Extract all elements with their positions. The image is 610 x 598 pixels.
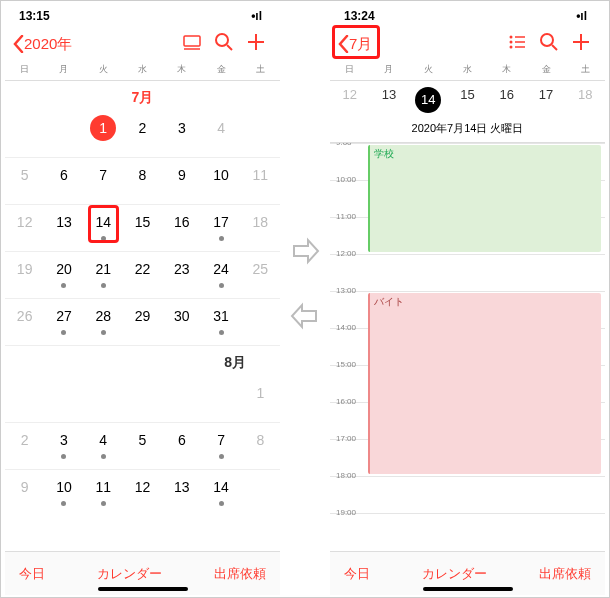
calendar-day[interactable]: 23 — [162, 252, 201, 299]
calendar-day[interactable]: 5 — [123, 423, 162, 470]
weekday-header: 日月火水木金土 — [330, 61, 605, 81]
today-button[interactable]: 今日 — [344, 565, 370, 583]
day-strip-day[interactable]: 17 — [526, 87, 565, 113]
calendar-day[interactable]: 13 — [44, 205, 83, 252]
calendar-day[interactable]: 1 — [241, 376, 280, 423]
calendar-grid[interactable]: 1234567891011121314151617181920212223242… — [5, 111, 280, 346]
calendar-day[interactable]: 2 — [123, 111, 162, 158]
calendar-day[interactable]: 11 — [241, 158, 280, 205]
day-strip-day[interactable]: 15 — [448, 87, 487, 113]
calendar-day — [123, 376, 162, 423]
calendar-day[interactable]: 16 — [162, 205, 201, 252]
day-strip-day[interactable]: 18 — [566, 87, 605, 113]
day-strip[interactable]: 12131415161718 — [330, 81, 605, 119]
chevron-left-icon — [13, 35, 24, 53]
svg-point-18 — [541, 34, 553, 46]
day-strip-day[interactable]: 14 — [409, 87, 448, 113]
calendar-day[interactable]: 29 — [123, 299, 162, 346]
status-icons: •ıl — [576, 9, 591, 23]
calendar-day[interactable]: 30 — [162, 299, 201, 346]
calendar-day[interactable]: 6 — [44, 158, 83, 205]
calendar-day[interactable]: 8 — [241, 423, 280, 470]
status-bar: 13:15 •ıl — [5, 5, 280, 27]
weekday: 水 — [123, 63, 162, 76]
arrow-left-icon — [290, 301, 320, 331]
svg-point-5 — [216, 34, 228, 46]
calendar-day[interactable]: 9 — [162, 158, 201, 205]
calendar-day[interactable]: 4 — [84, 423, 123, 470]
hour-label: 9:00 — [336, 143, 352, 147]
calendar-grid[interactable]: 1234567891011121314 — [5, 376, 280, 517]
calendar-day[interactable]: 7 — [84, 158, 123, 205]
calendar-day — [5, 376, 44, 423]
view-toggle-button[interactable] — [176, 32, 208, 56]
calendar-day[interactable]: 28 — [84, 299, 123, 346]
calendar-day[interactable]: 6 — [162, 423, 201, 470]
calendars-button[interactable]: カレンダー — [97, 565, 162, 583]
hour-label: 13:00 — [336, 286, 356, 295]
calendar-day[interactable]: 12 — [5, 205, 44, 252]
calendar-day[interactable]: 2 — [5, 423, 44, 470]
day-strip-day[interactable]: 13 — [369, 87, 408, 113]
calendar-day[interactable]: 10 — [44, 470, 83, 517]
calendar-day[interactable]: 18 — [241, 205, 280, 252]
calendar-day[interactable]: 19 — [5, 252, 44, 299]
calendar-day[interactable]: 14 — [201, 470, 240, 517]
hour-label: 14:00 — [336, 323, 356, 332]
timeline[interactable]: 9:0010:0011:0012:0013:0014:0015:0016:001… — [330, 143, 605, 551]
today-button[interactable]: 今日 — [19, 565, 45, 583]
calendar-day[interactable]: 10 — [201, 158, 240, 205]
search-button[interactable] — [533, 32, 565, 56]
calendar-day — [162, 376, 201, 423]
signal-icon: •ıl — [576, 9, 587, 23]
calendars-button[interactable]: カレンダー — [422, 565, 487, 583]
calendar-day[interactable]: 26 — [5, 299, 44, 346]
inbox-button[interactable]: 出席依頼 — [539, 565, 591, 583]
calendar-event[interactable]: 学校 — [368, 145, 601, 252]
add-button[interactable] — [240, 32, 272, 56]
weekday: 火 — [84, 63, 123, 76]
calendar-day[interactable]: 8 — [123, 158, 162, 205]
add-button[interactable] — [565, 32, 597, 56]
hour-label: 16:00 — [336, 397, 356, 406]
day-strip-day[interactable]: 16 — [487, 87, 526, 113]
calendar-day[interactable]: 4 — [201, 111, 240, 158]
calendar-day[interactable]: 27 — [44, 299, 83, 346]
calendar-day[interactable]: 25 — [241, 252, 280, 299]
calendar-day[interactable]: 13 — [162, 470, 201, 517]
calendar-day[interactable]: 21 — [84, 252, 123, 299]
calendar-event[interactable]: バイト — [368, 293, 601, 474]
calendar-day[interactable]: 17 — [201, 205, 240, 252]
weekday: 日 — [330, 63, 369, 76]
day-strip-day[interactable]: 12 — [330, 87, 369, 113]
calendar-day[interactable]: 15 — [123, 205, 162, 252]
weekday: 木 — [487, 63, 526, 76]
day-view-phone: 13:24 •ıl 7月 日月火水木金土 12131415161718 202 — [330, 5, 605, 595]
status-bar: 13:24 •ıl — [330, 5, 605, 27]
calendar-day[interactable]: 5 — [5, 158, 44, 205]
weekday: 月 — [369, 63, 408, 76]
calendar-day[interactable]: 1 — [84, 111, 123, 158]
calendar-day[interactable]: 12 — [123, 470, 162, 517]
calendar-day — [241, 470, 280, 517]
back-button[interactable]: 2020年 — [13, 35, 72, 54]
status-time: 13:24 — [344, 9, 375, 23]
calendar-day[interactable]: 14 — [84, 205, 123, 252]
calendar-day[interactable]: 3 — [162, 111, 201, 158]
calendar-day[interactable]: 9 — [5, 470, 44, 517]
calendar-day[interactable]: 7 — [201, 423, 240, 470]
list-toggle-button[interactable] — [501, 32, 533, 56]
calendar-day[interactable]: 22 — [123, 252, 162, 299]
svg-line-6 — [227, 45, 232, 50]
inbox-button[interactable]: 出席依頼 — [214, 565, 266, 583]
calendar-day[interactable]: 20 — [44, 252, 83, 299]
svg-line-19 — [552, 45, 557, 50]
hour-label: 11:00 — [336, 212, 356, 221]
calendar-day[interactable]: 11 — [84, 470, 123, 517]
calendar-day[interactable]: 3 — [44, 423, 83, 470]
calendar-day[interactable]: 31 — [201, 299, 240, 346]
calendar-day[interactable]: 24 — [201, 252, 240, 299]
back-button[interactable]: 7月 — [338, 35, 372, 54]
svg-point-12 — [510, 36, 513, 39]
search-button[interactable] — [208, 32, 240, 56]
